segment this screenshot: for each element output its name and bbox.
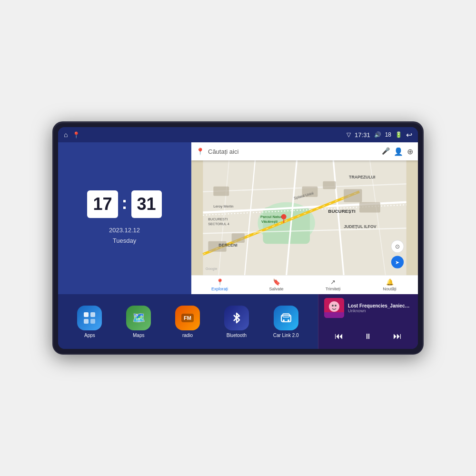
bottom-section: Apps 🗺️ Maps FM radio	[58, 294, 418, 349]
apps-label: Apps	[84, 333, 95, 338]
send-label: Trimiteți	[326, 287, 341, 291]
svg-point-32	[281, 214, 287, 219]
svg-rect-17	[359, 202, 380, 213]
music-controls: ⏮ ⏸ ⏭	[324, 327, 412, 345]
clock-minutes-block: 31	[131, 190, 162, 218]
clock-hours: 17	[93, 194, 112, 214]
map-search-bar[interactable]: 📍 Căutați aici 🎤 👤 ⊕	[191, 142, 418, 160]
music-title: Lost Frequencies_Janieck Devy-...	[348, 303, 412, 308]
svg-text:➤: ➤	[395, 259, 399, 265]
music-thumb-inner	[324, 298, 344, 318]
svg-rect-15	[323, 181, 336, 189]
music-play-button[interactable]: ⏸	[360, 330, 376, 343]
status-left-icons: ⌂ 📍	[64, 131, 80, 139]
map-tab-explore[interactable]: 📍 Explorați	[191, 278, 248, 291]
app-shortcuts: Apps 🗺️ Maps FM radio	[58, 294, 318, 349]
svg-text:Leroy Merlin: Leroy Merlin	[213, 204, 233, 208]
map-tab-saved[interactable]: 🔖 Salvate	[248, 278, 305, 291]
radio-icon: FM	[175, 306, 200, 330]
device-frame: ⌂ 📍 ▽ 17:31 🔊 18 🔋 ↩ 17	[52, 121, 424, 355]
music-next-button[interactable]: ⏭	[389, 329, 406, 343]
maps-label: Maps	[133, 333, 144, 338]
app-item-radio[interactable]: FM radio	[175, 306, 200, 338]
home-icon[interactable]: ⌂	[64, 131, 68, 139]
clock-display: 17 : 31	[87, 190, 161, 218]
map-search-pin-icon: 📍	[196, 148, 204, 155]
map-tab-send[interactable]: ↗ Trimiteți	[305, 278, 361, 291]
clock-hours-block: 17	[87, 190, 118, 218]
svg-point-47	[329, 301, 339, 312]
map-more-icon[interactable]: ⊕	[407, 147, 413, 156]
svg-text:BUCUREȘTI: BUCUREȘTI	[328, 208, 356, 214]
svg-text:TRAPEZULUI: TRAPEZULUI	[349, 175, 375, 179]
news-label: Noutăți	[383, 287, 397, 291]
clock-date-value: 2023.12.12	[109, 225, 140, 236]
map-account-icon[interactable]: 👤	[394, 147, 403, 156]
music-info: Lost Frequencies_Janieck Devy-... Unknow…	[324, 298, 412, 318]
map-mic-icon[interactable]: 🎤	[382, 147, 390, 156]
svg-rect-40	[84, 319, 89, 324]
map-content: TRAPEZULUI BUCUREȘTI JUDEȚUL ILFOV BERCE…	[191, 160, 418, 275]
clock-widget: 17 : 31 2023.12.12 Tuesday	[58, 142, 191, 294]
music-thumbnail	[324, 298, 344, 318]
carlink-svg-icon	[279, 311, 293, 325]
svg-text:JUDEȚUL ILFOV: JUDEȚUL ILFOV	[344, 224, 377, 229]
status-time: 17:31	[355, 131, 370, 139]
back-icon[interactable]: ↩	[406, 130, 412, 139]
clock-minutes: 31	[137, 194, 156, 214]
main-content: 17 : 31 2023.12.12 Tuesday	[58, 142, 418, 349]
svg-text:SECTORUL 4: SECTORUL 4	[208, 222, 229, 226]
svg-rect-18	[213, 187, 229, 196]
device-screen: ⌂ 📍 ▽ 17:31 🔊 18 🔋 ↩ 17	[58, 127, 418, 349]
svg-text:⊙: ⊙	[395, 243, 400, 250]
svg-rect-41	[90, 319, 95, 324]
map-tab-news[interactable]: 🔔 Noutăți	[361, 278, 418, 291]
map-bottom-bar: 📍 Explorați 🔖 Salvate ↗ Trimiteți 🔔	[191, 275, 418, 294]
volume-level: 18	[385, 131, 391, 138]
map-svg: TRAPEZULUI BUCUREȘTI JUDEȚUL ILFOV BERCE…	[191, 160, 418, 275]
map-area[interactable]: TRAPEZULUI BUCUREȘTI JUDEȚUL ILFOV BERCE…	[191, 160, 418, 275]
music-prev-button[interactable]: ⏮	[331, 329, 347, 343]
volume-icon: 🔊	[374, 131, 381, 138]
svg-rect-50	[324, 312, 344, 318]
clock-day: Tuesday	[109, 236, 140, 246]
radio-label: radio	[182, 333, 193, 338]
bluetooth-icon	[224, 306, 249, 330]
map-search-icons: 🎤 👤 ⊕	[382, 147, 413, 156]
app-item-apps[interactable]: Apps	[77, 306, 102, 338]
svg-rect-38	[84, 312, 89, 317]
music-player: Lost Frequencies_Janieck Devy-... Unknow…	[318, 294, 418, 349]
music-art-svg	[324, 298, 344, 318]
apps-svg-icon	[83, 311, 96, 325]
app-item-bluetooth[interactable]: Bluetooth	[224, 306, 249, 338]
explore-icon: 📍	[216, 278, 224, 286]
battery-icon: 🔋	[395, 131, 402, 138]
saved-icon: 🔖	[273, 278, 280, 286]
svg-text:Google: Google	[206, 267, 218, 271]
music-text: Lost Frequencies_Janieck Devy-... Unknow…	[348, 303, 412, 313]
app-item-carlink[interactable]: Car Link 2.0	[273, 306, 299, 338]
explore-label: Explorați	[211, 287, 228, 291]
clock-date: 2023.12.12 Tuesday	[109, 225, 140, 246]
svg-rect-39	[90, 312, 95, 317]
status-right-info: ▽ 17:31 🔊 18 🔋 ↩	[347, 130, 412, 139]
saved-label: Salvate	[269, 287, 283, 291]
maps-icon: 🗺️	[126, 306, 151, 330]
maps-pin-icon[interactable]: 📍	[72, 131, 80, 139]
svg-rect-19	[232, 233, 245, 243]
svg-point-48	[332, 305, 334, 307]
app-item-maps[interactable]: 🗺️ Maps	[126, 306, 151, 338]
svg-point-45	[288, 319, 289, 321]
top-section: 17 : 31 2023.12.12 Tuesday	[58, 142, 418, 294]
carlink-icon	[274, 306, 298, 330]
map-search-placeholder: Căutați aici	[208, 148, 378, 155]
carlink-label: Car Link 2.0	[273, 333, 299, 338]
svg-text:BERCENI: BERCENI	[218, 243, 237, 248]
svg-text:BUCUREȘTI: BUCUREȘTI	[208, 218, 228, 221]
bluetooth-label: Bluetooth	[227, 333, 247, 338]
clock-colon: :	[122, 193, 128, 213]
apps-icon	[77, 306, 102, 330]
svg-text:Văcărești: Văcărești	[261, 219, 278, 224]
news-icon: 🔔	[386, 278, 394, 286]
svg-point-44	[283, 319, 285, 321]
